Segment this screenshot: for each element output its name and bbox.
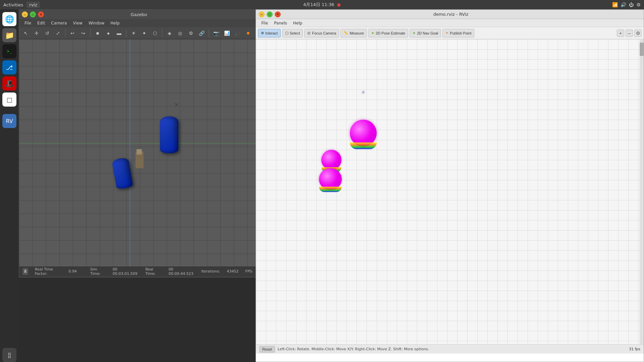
magenta-circle-large: [350, 120, 377, 146]
rviz-menu-file[interactable]: File: [259, 20, 271, 26]
gazebo-grid: ✕: [19, 39, 257, 266]
gazebo-menu-help[interactable]: Help: [108, 20, 122, 26]
rviz-menubar: File Panels Help: [256, 19, 644, 27]
tool-light2[interactable]: ✦: [140, 28, 149, 38]
rviz-status-instruction: Left-Click: Rotate. Middle-Click: Move X…: [278, 347, 429, 351]
rviz-menu-panels[interactable]: Panels: [271, 20, 290, 26]
gazebo-statusbar: ⏸ Real Time Factor: 0.94 Sim Time: 00 00…: [19, 266, 257, 276]
power-icon: ⏻: [629, 2, 634, 7]
tool-a[interactable]: ◈: [165, 28, 174, 38]
record-indicator: ●: [337, 2, 341, 7]
tool-c[interactable]: ⚙: [186, 28, 196, 38]
gazebo-minimize-button[interactable]: –: [22, 11, 28, 17]
tool-light3[interactable]: ⬡: [150, 28, 160, 38]
fps-label: FPS:: [245, 269, 253, 274]
tool-light[interactable]: ☀: [129, 28, 138, 38]
pose-estimate-icon: ➤: [371, 31, 374, 35]
gazebo-titlebar: – □ × Gazebo: [19, 10, 257, 19]
sep5: [209, 29, 209, 37]
rviz-title: demo.rviz - RViz: [281, 12, 621, 17]
tool-video[interactable]: 🎥: [233, 28, 242, 38]
tool-chart[interactable]: 📊: [222, 28, 231, 38]
dock-files[interactable]: 📁: [2, 28, 16, 42]
focus-camera-icon: ◎: [307, 31, 311, 35]
select-button[interactable]: ▢ Select: [282, 29, 303, 38]
iterations-value: 43452: [227, 269, 238, 274]
dock-vscode[interactable]: ⎇: [2, 60, 16, 74]
nav-goal-label: 2D Nav Goal: [417, 31, 438, 35]
sep2: [90, 29, 91, 37]
interact-icon: ⊕: [261, 31, 264, 35]
gazebo-window: – □ × Gazebo File Edit Camera View Windo…: [19, 9, 257, 278]
rviz-maximize-button[interactable]: □: [267, 11, 273, 17]
dock-redhat[interactable]: 🎩: [2, 76, 16, 90]
gazebo-menu-file[interactable]: File: [22, 20, 34, 26]
rviz-titlebar: – □ × demo.rviz - RViz: [256, 10, 644, 19]
gazebo-maximize-button[interactable]: □: [30, 11, 36, 17]
rviz-menu-help[interactable]: Help: [290, 20, 305, 26]
tool-rotate[interactable]: ↺: [43, 28, 52, 38]
tool-d[interactable]: 🔗: [197, 28, 206, 38]
tool-camera[interactable]: 📷: [211, 28, 221, 38]
real-time-factor-value: 0.94: [69, 269, 77, 274]
gazebo-close-button[interactable]: ×: [38, 11, 44, 17]
gazebo-menu-camera[interactable]: Camera: [48, 20, 69, 26]
tool-translate[interactable]: ✛: [32, 28, 41, 38]
rviz-reset-button[interactable]: Reset: [259, 346, 275, 353]
gazebo-axis-horizontal: [19, 143, 257, 143]
tool-arrow[interactable]: ↖: [21, 28, 31, 38]
measure-button[interactable]: 📏 Measure: [340, 29, 367, 38]
pose-estimate-button[interactable]: ➤ 2D Pose Estimate: [368, 29, 408, 38]
gazebo-viewport[interactable]: ✕: [19, 39, 257, 266]
network-icon: 📶: [612, 2, 618, 7]
nav-goal-button[interactable]: ➤ 2D Nav Goal: [410, 29, 441, 38]
tool-scale[interactable]: ⤢: [53, 28, 63, 38]
tool-orange[interactable]: ●: [244, 28, 253, 38]
gazebo-menu-edit[interactable]: Edit: [35, 20, 48, 26]
rviz-remove-button[interactable]: –: [626, 29, 633, 37]
gazebo-title: Gazebo: [44, 12, 234, 17]
sim-time-label: Sim Time:: [90, 267, 106, 276]
dock-chrome[interactable]: 🌐: [2, 12, 16, 26]
interact-button[interactable]: ⊕ Interact: [258, 29, 281, 38]
app-indicator[interactable]: rviz: [26, 2, 40, 8]
dock-terminal[interactable]: >_: [2, 44, 16, 58]
focus-camera-button[interactable]: ◎ Focus Camera: [304, 29, 339, 38]
rviz-scrollbar-thumb[interactable]: [640, 43, 644, 56]
select-icon: ▢: [285, 31, 288, 35]
gazebo-toolbar: ↖ ✛ ↺ ⤢ ↩ ↪ ■ ● ▬ ☀ ✦ ⬡ ◈ ◎ ⚙ 🔗 📷 📊 🎥 ●: [19, 27, 257, 39]
rviz-minimize-button[interactable]: –: [259, 11, 265, 17]
activities-label[interactable]: Activities: [3, 2, 23, 7]
tool-box[interactable]: ■: [93, 28, 102, 38]
sep4: [162, 29, 162, 37]
nav-goal-icon: ➤: [413, 31, 416, 35]
rviz-viewport[interactable]: ✳: [256, 39, 644, 344]
tool-undo[interactable]: ↩: [68, 28, 77, 38]
rviz-scrollbar[interactable]: [640, 39, 644, 344]
tool-sphere[interactable]: ●: [104, 28, 113, 38]
real-time-value: 00 00:00:44.523: [169, 267, 195, 276]
dock-rviz[interactable]: RV: [2, 114, 16, 128]
gazebo-menu-window[interactable]: Window: [86, 20, 107, 26]
sep3: [126, 29, 126, 37]
measure-icon: 📏: [343, 31, 348, 35]
tool-cylinder[interactable]: ▬: [114, 28, 124, 38]
rviz-settings-button[interactable]: ⚙: [634, 29, 642, 37]
dock-virtualbox[interactable]: □: [2, 93, 16, 107]
tool-b[interactable]: ◎: [175, 28, 185, 38]
gazebo-menu-view[interactable]: View: [70, 20, 85, 26]
tool-redo[interactable]: ↪: [78, 28, 88, 38]
publish-point-button[interactable]: ✦ Publish Point: [442, 29, 474, 38]
settings-icon[interactable]: ⚙: [636, 2, 641, 7]
sim-time-value: 00 00:03:01.509: [113, 267, 139, 276]
rviz-close-button[interactable]: ×: [275, 11, 281, 17]
measure-label: Measure: [350, 31, 364, 35]
real-time-label: Real Time:: [145, 267, 162, 276]
gazebo-axis-vertical: [130, 39, 130, 266]
drone-object: ✕: [174, 101, 184, 108]
robot-head: [137, 149, 142, 155]
dock-apps[interactable]: ⣿: [2, 348, 16, 362]
rviz-add-button[interactable]: +: [617, 29, 624, 37]
gazebo-menubar: File Edit Camera View Window Help: [19, 19, 257, 27]
pause-button[interactable]: ⏸: [22, 268, 28, 275]
